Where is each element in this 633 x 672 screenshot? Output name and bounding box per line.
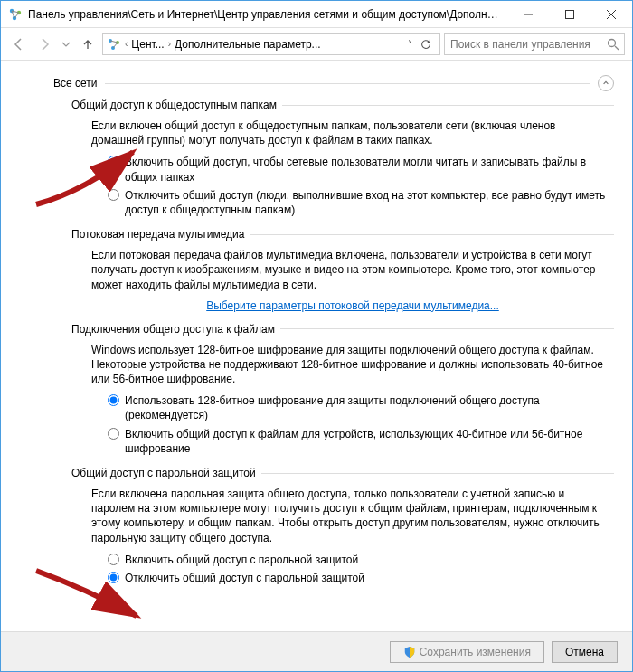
section-description: Если включена парольная защита общего до… <box>91 487 607 545</box>
breadcrumb-part[interactable]: Дополнительные параметр... <box>175 38 321 51</box>
network-sharing-icon <box>107 37 121 52</box>
radio-label: Использовать 128-битное шифрование для з… <box>125 393 607 422</box>
radio-label: Отключить общий доступ (люди, выполнивши… <box>125 188 607 217</box>
search-box[interactable] <box>444 33 625 55</box>
back-button[interactable] <box>8 33 30 55</box>
chevron-down-icon[interactable]: ˅ <box>408 39 412 49</box>
radio-input[interactable] <box>108 428 119 440</box>
section-description: Windows использует 128-битное шифрование… <box>91 343 607 387</box>
profile-title: Все сети <box>53 77 98 90</box>
button-bar: Сохранить изменения Отмена <box>1 631 632 671</box>
section-password-sharing: Общий доступ с парольной защитой Если вк… <box>71 467 614 585</box>
divider <box>280 328 614 329</box>
button-label: Отмена <box>565 646 604 658</box>
chevron-right-icon: ‹ <box>125 39 128 49</box>
section-title: Потоковая передача мультимедиа <box>71 228 244 241</box>
chevron-right-icon: › <box>168 39 171 49</box>
breadcrumb-part[interactable]: Цент... <box>131 38 164 51</box>
search-icon <box>606 37 620 52</box>
radio-password-off[interactable]: Отключить общий доступ с парольной защит… <box>108 571 607 585</box>
section-title: Общий доступ с парольной защитой <box>71 467 256 479</box>
radio-label: Отключить общий доступ с парольной защит… <box>125 571 607 585</box>
radio-label: Включить общий доступ к файлам для устро… <box>125 427 607 456</box>
section-encryption: Подключения общего доступа к файлам Wind… <box>71 323 614 456</box>
radio-public-on[interactable]: Включить общий доступ, чтобы сетевые пол… <box>108 155 607 184</box>
forward-button[interactable] <box>33 33 55 55</box>
svg-point-15 <box>609 39 616 46</box>
maximize-button[interactable] <box>549 1 590 28</box>
close-button[interactable] <box>590 1 632 28</box>
window-title: Панель управления\Сеть и Интернет\Центр … <box>28 8 498 21</box>
radio-public-off[interactable]: Отключить общий доступ (люди, выполнивши… <box>108 188 607 217</box>
radio-input[interactable] <box>108 572 119 583</box>
section-description: Если включен общий доступ к общедоступны… <box>91 118 607 147</box>
recent-locations-button[interactable] <box>59 33 73 55</box>
minimize-button[interactable] <box>507 1 549 28</box>
section-title: Общий доступ к общедоступным папкам <box>71 99 277 111</box>
svg-line-14 <box>113 43 118 48</box>
radio-label: Включить общий доступ, чтобы сетевые пол… <box>125 155 607 184</box>
radio-label: Включить общий доступ с парольной защито… <box>125 553 607 567</box>
divider <box>282 105 614 106</box>
radio-encryption-128[interactable]: Использовать 128-битное шифрование для з… <box>108 393 607 422</box>
profile-header: Все сети <box>53 75 614 91</box>
breadcrumb[interactable]: ‹ Цент... › Дополнительные параметр... ˅ <box>102 33 440 55</box>
divider <box>250 234 614 235</box>
collapse-button[interactable] <box>598 75 614 91</box>
content-area: Все сети Общий доступ к общедоступным па… <box>1 61 632 631</box>
divider <box>261 473 614 474</box>
navbar: ‹ Цент... › Дополнительные параметр... ˅ <box>1 28 632 61</box>
section-title: Подключения общего доступа к файлам <box>71 323 275 336</box>
section-media-streaming: Потоковая передача мультимедиа Если пото… <box>71 228 614 312</box>
section-description: Если потоковая передача файлов мультимед… <box>91 248 607 292</box>
radio-input[interactable] <box>108 189 119 201</box>
network-sharing-icon <box>8 7 23 22</box>
divider <box>105 83 591 84</box>
refresh-button[interactable] <box>416 33 436 55</box>
cancel-button[interactable]: Отмена <box>552 641 618 663</box>
save-changes-button[interactable]: Сохранить изменения <box>390 641 544 663</box>
search-input[interactable] <box>449 37 606 52</box>
svg-line-16 <box>615 46 619 50</box>
radio-encryption-40[interactable]: Включить общий доступ к файлам для устро… <box>108 427 607 456</box>
radio-input[interactable] <box>108 156 119 167</box>
titlebar: Панель управления\Сеть и Интернет\Центр … <box>1 1 632 28</box>
button-label: Сохранить изменения <box>420 646 531 658</box>
section-public-folders: Общий доступ к общедоступным папкам Если… <box>71 99 614 217</box>
radio-input[interactable] <box>108 394 119 406</box>
svg-rect-7 <box>566 10 574 18</box>
shield-icon <box>403 646 416 658</box>
svg-line-4 <box>14 13 19 18</box>
radio-input[interactable] <box>108 554 119 565</box>
media-settings-link[interactable]: Выберите параметры потоковой передачи му… <box>91 299 614 312</box>
up-button[interactable] <box>77 33 99 55</box>
radio-password-on[interactable]: Включить общий доступ с парольной защито… <box>108 553 607 567</box>
